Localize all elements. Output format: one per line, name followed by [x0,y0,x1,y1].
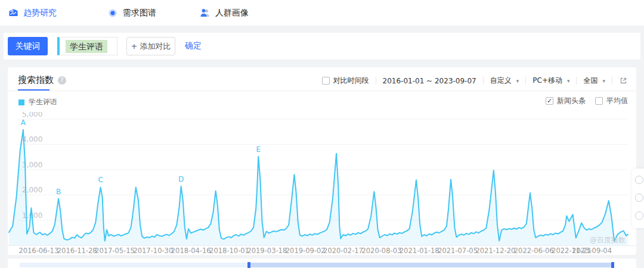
x-axis-tick-label: 2021-01-18 [400,247,439,255]
top-nav: 趋势研究 需求图谱 人群画像 [0,0,644,26]
x-axis-tick-label: 2022-06-06 [514,247,554,255]
peak-label-E: E [256,145,261,154]
platform-value: PC+移动 [532,76,562,86]
persona-people-icon [200,8,210,18]
confirm-link[interactable]: 确定 [185,33,202,60]
nav-label: 趋势研究 [23,8,57,18]
platform-dropdown[interactable]: PC+移动 ▾ [532,76,569,86]
separator [612,77,612,85]
separator [376,77,376,85]
y-axis-tick-label: 5,000 [22,112,42,119]
news-headline-label: 新闻头条 [557,96,586,106]
keyword-value-tag[interactable]: 学生评语 [66,40,107,53]
trend-chart-icon [8,8,18,18]
phone-icon[interactable] [635,211,643,220]
baidu-index-page: 趋势研究 需求图谱 人群画像 关键词 学生评语 + 添加对比 确定 搜索指数 ? [0,0,644,268]
x-axis-tick-label: 2019-09-02 [286,247,326,255]
y-axis-tick-label: 4,000 [22,135,42,144]
compare-period-control[interactable]: 对比时间段 [322,76,369,86]
average-toggle[interactable]: 平均值 [595,96,628,106]
series-color-swatch [18,99,24,105]
peak-label-D: D [178,175,184,183]
x-axis-tick-label: 2017-10-30 [133,247,173,255]
x-axis-tick-label: 2018-10-01 [209,247,249,255]
region-value: 全国 [583,76,597,86]
peak-label-C: C [98,176,103,184]
peak-label-A: A [21,119,26,127]
tab-search-index[interactable]: 搜索指数 [18,74,54,86]
brush-track[interactable] [20,263,249,267]
divider [8,91,636,91]
x-axis-tick-label: 2017-05-15 [95,247,135,255]
add-compare-button[interactable]: + 添加对比 [126,37,175,55]
series-area [9,130,628,245]
compare-period-checkbox[interactable] [322,77,330,85]
region-dropdown[interactable]: 全国 ▾ [583,76,605,86]
x-axis-tick-label: 2020-02-17 [323,247,363,255]
nav-demand-graph[interactable]: 需求图谱 [107,0,156,26]
nav-persona[interactable]: 人群画像 [200,0,249,26]
nav-label: 需求图谱 [123,8,156,18]
keyword-button[interactable]: 关键词 [8,37,48,55]
news-headline-toggle[interactable]: ✓ 新闻头条 [546,96,586,106]
chevron-down-icon: ▾ [602,78,605,84]
help-bubble-icon[interactable] [635,176,643,184]
keyword-bar: 关键词 学生评语 + 添加对比 确定 [4,33,640,60]
x-axis-tick-label: 2021-07-05 [438,247,478,255]
floating-toolbar[interactable] [632,169,644,228]
chevron-down-icon: ▾ [516,78,519,84]
separator [483,77,484,85]
help-icon[interactable]: ? [58,76,66,85]
legend-series-label: 学生评语 [29,97,57,107]
nav-trend-research[interactable]: 趋势研究 [8,0,57,26]
demand-graph-icon [107,8,118,18]
export-icon[interactable] [619,76,628,85]
average-label: 平均值 [606,96,628,106]
range-mode-dropdown[interactable]: 自定义 ▾ [490,76,519,86]
feedback-icon[interactable] [635,194,643,202]
x-axis-tick-label: 2020-08-03 [361,247,401,255]
brush-handle-left[interactable] [247,262,250,268]
watermark: @百度指数 [590,236,626,244]
search-index-panel: 搜索指数 ? 对比时间段 2016-01-01 ~ 2023-09-07 自定义… [8,67,636,255]
x-axis-tick-label: 2023-09-04 [572,247,612,255]
date-range[interactable]: 2016-01-01 ~ 2023-09-07 [383,77,476,85]
separator [525,77,526,85]
x-axis-tick-label: 2018-04-16 [171,247,211,255]
x-axis-tick-label: 2016-06-13 [18,247,58,255]
time-brush-panel [8,258,636,268]
news-headline-checkbox[interactable]: ✓ [546,97,553,105]
compare-period-label: 对比时间段 [333,76,369,86]
chevron-down-icon: ▾ [567,78,570,84]
keyword-input[interactable]: 学生评语 [57,37,117,55]
nav-label: 人群画像 [215,8,249,18]
peak-label-B: B [56,188,61,196]
brush-handle-right[interactable] [611,262,614,268]
average-checkbox[interactable] [595,97,603,105]
x-axis-tick-label: 2016-11-28 [57,247,97,255]
x-axis-tick-label: 2019-03-18 [247,247,287,255]
brush-selected-range[interactable] [249,263,614,267]
range-mode-value: 自定义 [490,76,512,86]
x-axis-tick-label: 2021-12-20 [475,247,515,255]
search-index-chart[interactable]: 1,0002,0003,0004,0005,000ABCDE2016-06-13… [8,112,636,255]
separator [576,77,577,85]
